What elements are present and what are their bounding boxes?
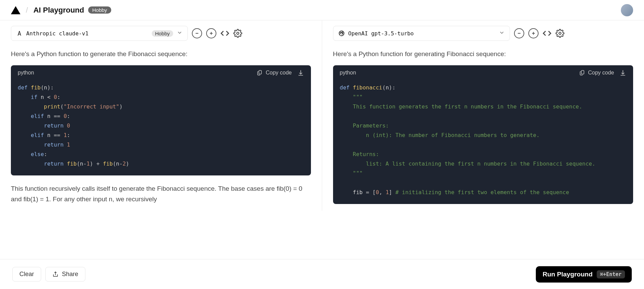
clipboard-icon [579, 70, 585, 76]
settings-button[interactable] [556, 29, 564, 38]
run-shortcut: ⌘+Enter [597, 270, 625, 278]
share-label: Share [62, 271, 78, 278]
model-select[interactable]: OpenAI gpt-3.5-turbo [333, 26, 510, 41]
download-icon [297, 69, 304, 76]
copy-code-label: Copy code [588, 70, 614, 76]
code-lang: python [340, 70, 579, 76]
code-view-button[interactable] [220, 29, 229, 38]
run-playground-button[interactable]: Run Playground ⌘+Enter [536, 266, 632, 283]
chevron-down-icon [177, 30, 183, 37]
share-icon [52, 271, 59, 277]
avatar[interactable] [621, 4, 633, 16]
code-header: python Copy code [333, 65, 633, 80]
anthropic-icon [16, 30, 23, 37]
pane-right: OpenAI gpt-3.5-turbo Here's a Python fun… [322, 20, 644, 211]
settings-button[interactable] [233, 29, 242, 38]
code-body: def fib(n): if n < 0: print("Incorrect i… [11, 80, 311, 175]
header: / AI Playground Hobby [0, 0, 644, 20]
svg-point-9 [559, 32, 561, 35]
response-intro: Here's a Python function to generate the… [11, 49, 311, 59]
model-row: Anthropic claude-v1 Hobby [11, 26, 311, 41]
response-outro: This function recursively calls itself t… [11, 184, 311, 204]
code-block: python Copy code def fib(n): if n < 0: p… [11, 65, 311, 175]
add-model-button[interactable] [528, 28, 539, 38]
model-name: Anthropic claude-v1 [26, 30, 148, 37]
code-block: python Copy code def fibonacci(n): """ T… [333, 65, 633, 204]
response-intro: Here's a Python function for generating … [333, 49, 633, 59]
plan-badge: Hobby [88, 6, 111, 14]
svg-rect-4 [259, 71, 262, 74]
copy-code-label: Copy code [266, 70, 292, 76]
copy-code-button[interactable]: Copy code [579, 70, 614, 76]
page-title: AI Playground [33, 6, 84, 15]
model-select[interactable]: Anthropic claude-v1 Hobby [11, 26, 188, 41]
code-body: def fibonacci(n): """ This function gene… [333, 80, 633, 204]
chevron-down-icon [499, 30, 505, 37]
svg-point-3 [237, 32, 239, 35]
svg-rect-10 [581, 71, 584, 74]
code-view-button[interactable] [543, 29, 551, 38]
clear-label: Clear [19, 271, 34, 278]
pane-left: Anthropic claude-v1 Hobby Here's a Pytho… [0, 20, 322, 211]
remove-model-button[interactable] [192, 28, 202, 38]
remove-model-button[interactable] [514, 28, 524, 38]
footer: Clear Share Run Playground ⌘+Enter [0, 259, 644, 289]
clear-button[interactable]: Clear [12, 267, 41, 282]
add-model-button[interactable] [206, 28, 216, 38]
download-icon [620, 69, 626, 76]
model-row: OpenAI gpt-3.5-turbo [333, 26, 633, 41]
header-left: / AI Playground Hobby [11, 6, 111, 15]
model-plan-badge: Hobby [152, 30, 173, 37]
share-button[interactable]: Share [45, 267, 85, 282]
model-name: OpenAI gpt-3.5-turbo [348, 30, 495, 37]
logo-triangle-icon[interactable] [11, 6, 20, 14]
download-code-button[interactable] [297, 69, 304, 76]
download-code-button[interactable] [620, 69, 626, 76]
run-label: Run Playground [543, 271, 593, 278]
breadcrumb-slash: / [26, 6, 28, 15]
code-header: python Copy code [11, 65, 311, 80]
openai-icon [338, 30, 345, 37]
code-lang: python [18, 70, 257, 76]
clipboard-icon [257, 70, 263, 76]
copy-code-button[interactable]: Copy code [257, 70, 292, 76]
